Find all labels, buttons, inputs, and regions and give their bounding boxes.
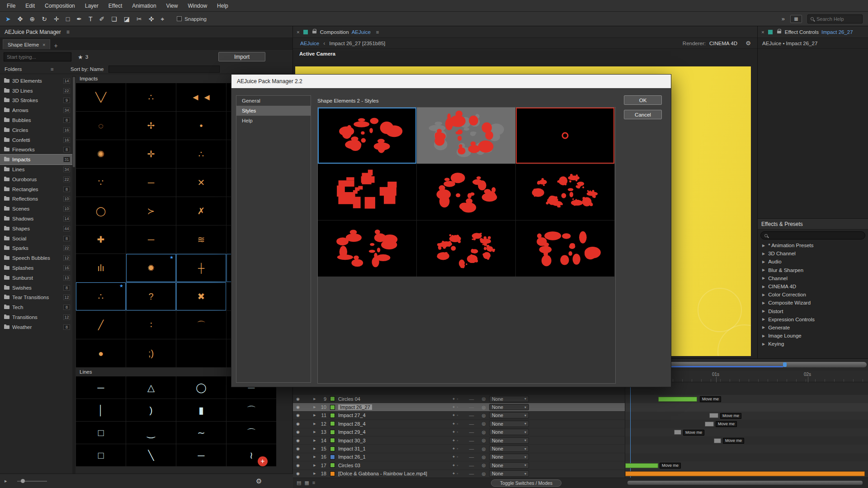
puppet-pin-tool-icon[interactable]: ✜ <box>149 16 154 22</box>
effect-category[interactable]: ▶Distort <box>758 307 868 315</box>
close-icon[interactable]: × <box>42 42 45 47</box>
timeline-clip[interactable] <box>705 422 714 427</box>
layer-row[interactable]: ◉▶14Impact 30_3✦◦—◎None▾ <box>293 436 625 445</box>
folder-item[interactable]: Ouroborus22 <box>0 174 72 184</box>
shape-thumbnail[interactable]: ╲ <box>126 444 176 466</box>
style-thumbnail-2[interactable] <box>417 108 515 164</box>
folder-item[interactable]: Sunburst13 <box>0 273 72 283</box>
shape-thumbnail[interactable]: ─ <box>126 169 176 197</box>
twirl-icon[interactable]: ▶ <box>311 439 318 442</box>
shape-thumbnail[interactable]: ◄ ◄ <box>176 83 226 111</box>
cancel-button[interactable]: Cancel <box>624 110 662 119</box>
effect-category[interactable]: ▶Keying <box>758 340 868 348</box>
shape-thumbnail[interactable]: ⌒ <box>176 311 226 339</box>
effect-category[interactable]: ▶* Animation Presets <box>758 241 868 249</box>
timeline-toggle-icons[interactable]: ▤▦≡ <box>297 480 318 486</box>
effect-category[interactable]: ▶Channel <box>758 274 868 282</box>
shape-thumbnail[interactable]: ∴ <box>176 140 226 168</box>
work-area-marker[interactable] <box>783 362 787 367</box>
shape-thumbnail[interactable]: ◯ <box>176 376 226 399</box>
shape-thumbnail[interactable]: ⌒ <box>226 422 276 444</box>
selection-tool-icon[interactable]: ➤ <box>5 16 11 22</box>
shape-thumbnail[interactable]: ∵ <box>76 169 126 197</box>
thumbnail-size-slider[interactable] <box>17 481 47 482</box>
menu-item-help[interactable]: Help <box>212 0 233 12</box>
style-thumbnail-6[interactable] <box>516 164 614 220</box>
visibility-eye-icon[interactable]: ◉ <box>293 422 303 426</box>
panel-menu-icon[interactable]: ≡ <box>376 29 379 35</box>
sort-field[interactable] <box>108 66 220 73</box>
folder-item[interactable]: Impacts31 <box>0 155 72 164</box>
visibility-eye-icon[interactable]: ◉ <box>293 455 303 459</box>
overflow-icon[interactable]: » <box>782 15 785 22</box>
shape-thumbnail[interactable]: ✕ <box>176 169 226 197</box>
twirl-icon[interactable]: ▶ <box>311 472 318 475</box>
layer-color-swatch[interactable] <box>330 421 335 426</box>
parent-pickwhip-icon[interactable]: ◎ <box>478 463 489 468</box>
effect-category[interactable]: ▶Blur & Sharpen <box>758 266 868 274</box>
visibility-eye-icon[interactable]: ◉ <box>293 397 303 401</box>
folder-item[interactable]: Fireworks8 <box>0 145 72 155</box>
eraser-tool-icon[interactable]: ◪ <box>124 16 130 22</box>
effect-category[interactable]: ▶Composite Wizard <box>758 299 868 307</box>
folder-item[interactable]: Transitions12 <box>0 312 72 322</box>
shape-thumbnail[interactable]: ? <box>126 282 176 310</box>
style-thumbnail-3[interactable] <box>516 108 614 164</box>
pan-behind-tool-icon[interactable]: ✛ <box>54 16 59 22</box>
menu-item-animation[interactable]: Animation <box>127 0 161 12</box>
folder-item[interactable]: Arrows34 <box>0 105 72 115</box>
style-thumbnail-1[interactable] <box>318 108 416 164</box>
parent-pickwhip-icon[interactable]: ◎ <box>478 430 489 435</box>
menu-item-effect[interactable]: Effect <box>104 0 127 12</box>
twirl-icon[interactable]: ▶ <box>311 397 318 401</box>
effect-category[interactable]: ▶Expression Controls <box>758 315 868 324</box>
shape-thumbnail[interactable]: △ <box>126 376 176 399</box>
shape-thumbnail[interactable]: ≻ <box>126 197 176 225</box>
shape-thumbnail[interactable]: ─ <box>176 444 226 466</box>
breadcrumb-root[interactable]: AEJuice <box>300 41 319 46</box>
workspace-icon[interactable]: ▦ <box>790 15 802 23</box>
hand-tool-icon[interactable]: ✥ <box>18 16 23 22</box>
folder-item[interactable]: Circles16 <box>0 125 72 135</box>
shape-thumbnail[interactable]: ) <box>126 399 176 421</box>
shape-tool-icon[interactable]: □ <box>66 16 70 22</box>
menu-item-window[interactable]: Window <box>183 0 212 12</box>
effect-category[interactable]: ▶CINEMA 4D <box>758 282 868 291</box>
renderer-settings-icon[interactable]: ⚙ <box>745 40 751 47</box>
twirl-icon[interactable]: ▶ <box>311 447 318 450</box>
shape-thumbnail[interactable]: ✺ <box>76 140 126 168</box>
shape-thumbnail[interactable]: ╱ <box>76 311 126 339</box>
layer-row[interactable]: ◉▶18[Dolce & Gabbana - Rainbow Lace.mp4]… <box>293 470 625 478</box>
folder-item[interactable]: Weather8 <box>0 322 72 332</box>
twirl-icon[interactable]: ▶ <box>311 405 318 409</box>
visibility-eye-icon[interactable]: ◉ <box>293 405 303 409</box>
favorites-star-icon[interactable]: ★ <box>78 54 83 61</box>
style-thumbnail-5[interactable] <box>417 164 515 220</box>
folder-item[interactable]: Swishes8 <box>0 283 72 293</box>
layer-row[interactable]: ◉▶10Impact 26_27✦◦—◎None▾ <box>293 403 625 411</box>
modal-nav-general[interactable]: General <box>236 96 311 106</box>
dialog-title-bar[interactable]: AEJuice Pack Manager 2.2 <box>231 75 671 88</box>
lock-icon[interactable] <box>312 31 316 33</box>
parent-pickwhip-icon[interactable]: ◎ <box>478 446 489 451</box>
shape-thumbnail[interactable]: ılı <box>76 254 126 282</box>
folder-item[interactable]: 3D Strokes9 <box>0 96 72 106</box>
add-tab-icon[interactable]: + <box>54 42 57 49</box>
parent-pickwhip-icon[interactable]: ◎ <box>478 396 489 401</box>
folder-item[interactable]: Speech Bubbles12 <box>0 253 72 263</box>
add-favorite-button[interactable]: + <box>258 456 268 466</box>
twirl-icon[interactable]: ▶ <box>311 430 318 434</box>
style-thumbnail-4[interactable] <box>318 164 416 220</box>
shape-thumbnail[interactable] <box>176 339 226 367</box>
parent-pickwhip-icon[interactable]: ◎ <box>478 413 489 418</box>
shape-thumbnail[interactable]: ∼ <box>176 422 226 444</box>
shape-thumbnail[interactable]: ≋ <box>176 225 226 253</box>
shape-thumbnail[interactable]: □ <box>76 444 126 466</box>
lock-icon[interactable] <box>777 31 781 33</box>
close-icon[interactable]: × <box>758 29 767 35</box>
modal-nav-styles[interactable]: Styles <box>236 106 311 116</box>
shape-thumbnail[interactable]: ◯ <box>76 197 126 225</box>
slider-knob[interactable] <box>21 479 25 483</box>
layer-color-swatch[interactable] <box>330 413 335 418</box>
snapping-checkbox[interactable] <box>177 16 182 21</box>
